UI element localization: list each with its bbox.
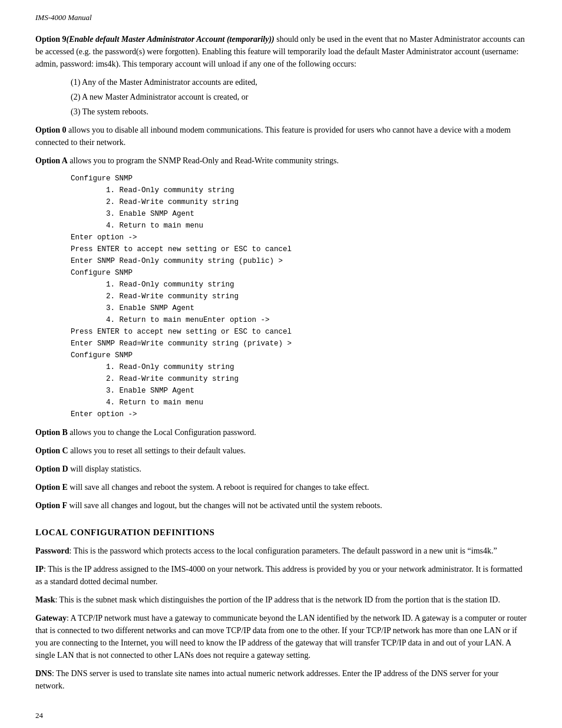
ip-body: : This is the IP address assigned to the… [35, 565, 523, 586]
optionD-body: will display statistics. [68, 465, 141, 473]
section-heading: LOCAL CONFIGURATION DEFINITIONS [35, 526, 527, 539]
page-header: IMS-4000 Manual [35, 12, 527, 24]
optionF-label: Option F [35, 501, 67, 510]
option0-label: Option 0 [35, 126, 67, 134]
optionD-label: Option D [35, 465, 68, 473]
gateway-definition: Gateway: A TCP/IP network must have a ga… [35, 612, 527, 661]
optionF-paragraph: Option F will save all changes and logou… [35, 499, 527, 512]
optionB-body: allows you to change the Local Configura… [68, 428, 256, 437]
optionB-paragraph: Option B allows you to change the Local … [35, 426, 527, 439]
mask-body: : This is the subnet mask which distingu… [55, 595, 500, 604]
ip-definition: IP: This is the IP address assigned to t… [35, 563, 527, 588]
password-definition: Password: This is the password which pro… [35, 545, 527, 557]
option9-italic: (Enable default Master Administrator Acc… [67, 35, 275, 44]
optionE-label: Option E [35, 483, 68, 492]
ip-label: IP [35, 565, 44, 574]
optionC-label: Option C [35, 446, 68, 455]
optionC-body: allows you to reset all settings to thei… [68, 446, 246, 455]
list-item-3: (3) The system reboots. [71, 106, 527, 118]
list-item-2: (2) A new Master Administrator account i… [71, 91, 527, 103]
dns-label: DNS [35, 669, 52, 678]
optionE-paragraph: Option E will save all changes and reboo… [35, 481, 527, 493]
code-block: Configure SNMP 1. Read-Only community st… [71, 173, 527, 420]
dns-definition: DNS: The DNS server is used to translate… [35, 667, 527, 692]
mask-label: Mask [35, 595, 55, 604]
optionE-body: will save all changes and reboot the sys… [68, 483, 369, 492]
page-content: IMS-4000 Manual Option 9(Enable default … [35, 12, 527, 722]
option0-paragraph: Option 0 allows you to disable all inbou… [35, 124, 527, 149]
gateway-label: Gateway [35, 614, 67, 622]
optionD-paragraph: Option D will display statistics. [35, 463, 527, 475]
gateway-body: : A TCP/IP network must have a gateway t… [35, 614, 527, 660]
optionF-body: will save all changes and logout, but th… [67, 501, 382, 510]
dns-body: : The DNS server is used to translate si… [35, 669, 499, 690]
optionA-label: Option A [35, 156, 68, 165]
option0-body: allows you to disable all inbound modem … [35, 126, 511, 147]
optionA-body: allows you to program the SNMP Read-Only… [68, 156, 339, 165]
optionA-paragraph: Option A allows you to program the SNMP … [35, 154, 527, 167]
password-label: Password [35, 546, 70, 555]
page-number: 24 [35, 710, 527, 722]
optionB-label: Option B [35, 428, 68, 437]
option9-label: Option 9 [35, 35, 67, 44]
option9-paragraph: Option 9(Enable default Master Administr… [35, 33, 527, 70]
optionC-paragraph: Option C allows you to reset all setting… [35, 444, 527, 457]
mask-definition: Mask: This is the subnet mask which dist… [35, 594, 527, 606]
list-item-1: (1) Any of the Master Administrator acco… [71, 76, 527, 88]
password-body: : This is the password which protects ac… [70, 546, 497, 555]
